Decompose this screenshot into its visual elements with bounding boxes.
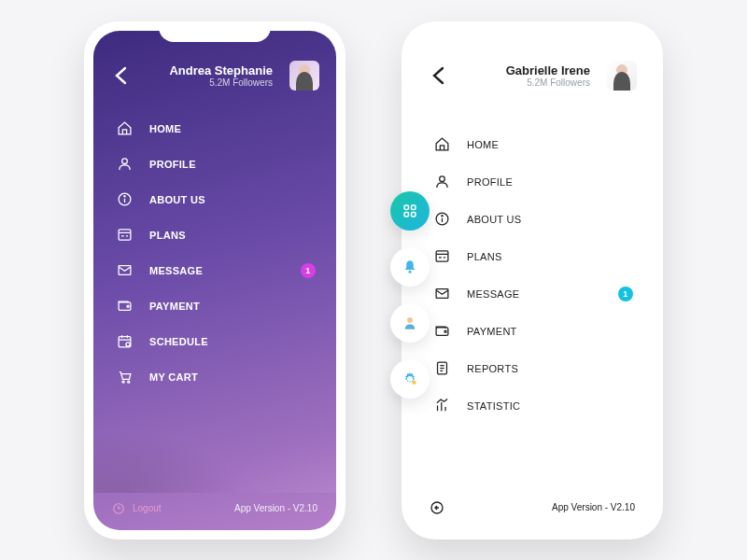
svg-point-15 [125, 343, 129, 346]
menu-label: SCHEDULE [149, 336, 208, 347]
user-followers: 5.2M Followers [142, 77, 273, 88]
menu: HOME PROFILE ABOUT US PLANS MESSAGE 1 [93, 100, 336, 491]
svg-point-27 [439, 176, 444, 182]
menu-item-payment[interactable]: PAYMENT [93, 288, 336, 324]
menu-label: PROFILE [149, 159, 196, 170]
screen-purple: Andrea Stephanie 5.2M Followers HOME PRO… [93, 31, 336, 530]
logout-icon [112, 502, 125, 515]
menu-label: REPORTS [467, 363, 518, 374]
menu-label: MESSAGE [467, 288, 520, 300]
phone-notch [159, 21, 271, 42]
user-name: Gabrielle Irene [459, 63, 590, 77]
menu-item-payment[interactable]: PAYMENT [411, 313, 654, 350]
arrow-left-icon [110, 64, 133, 87]
user-info: Gabrielle Irene 5.2M Followers [459, 63, 590, 88]
menu-label: STATISTIC [467, 400, 520, 412]
svg-rect-11 [119, 337, 131, 347]
menu-label: MESSAGE [149, 265, 203, 276]
svg-point-16 [122, 381, 124, 383]
message-badge: 1 [301, 263, 316, 278]
phone-mockup-purple: Andrea Stephanie 5.2M Followers HOME PRO… [84, 21, 345, 539]
svg-rect-31 [436, 251, 448, 261]
app-version: App Version - V2.10 [234, 503, 317, 513]
menu-item-about[interactable]: ABOUT US [93, 182, 336, 217]
menu-item-message[interactable]: MESSAGE 1 [411, 275, 654, 313]
svg-point-0 [121, 159, 127, 164]
menu-label: ABOUT US [149, 194, 205, 205]
avatar[interactable] [289, 61, 319, 91]
phone-notch [476, 21, 588, 42]
user-followers: 5.2M Followers [459, 77, 590, 88]
menu-label: PLANS [149, 230, 186, 241]
footer: App Version - V2.10 [411, 489, 654, 530]
app-version: App Version - V2.10 [552, 502, 635, 512]
back-button[interactable] [428, 64, 450, 87]
menu-item-profile[interactable]: PROFILE [93, 147, 336, 182]
screen-white: Gabrielle Irene 5.2M Followers HOME PROF… [411, 31, 654, 530]
message-icon [433, 286, 450, 302]
menu: HOME PROFILE ABOUT US PLANS MESSAGE 1 [411, 100, 654, 489]
plans-icon [433, 248, 450, 265]
menu-label: PROFILE [467, 176, 513, 188]
menu-item-reports[interactable]: REPORTS [411, 350, 654, 387]
menu-item-home[interactable]: HOME [411, 126, 654, 163]
home-icon [433, 136, 450, 153]
menu-item-plans[interactable]: PLANS [411, 238, 654, 275]
payment-icon [116, 298, 133, 315]
menu-item-home[interactable]: HOME [93, 111, 336, 147]
plans-icon [116, 227, 133, 244]
menu-label: PAYMENT [149, 301, 200, 312]
info-icon [116, 191, 133, 208]
menu-label: HOME [467, 139, 499, 150]
svg-point-37 [444, 330, 445, 332]
message-badge: 1 [618, 287, 633, 301]
profile-icon [116, 156, 133, 173]
menu-label: HOME [149, 123, 181, 134]
menu-item-statistic[interactable]: STATISTIC [411, 387, 654, 425]
menu-item-schedule[interactable]: SCHEDULE [93, 324, 336, 359]
menu-item-about[interactable]: ABOUT US [411, 201, 654, 238]
avatar[interactable] [607, 61, 637, 91]
schedule-icon [116, 333, 133, 350]
menu-label: MY CART [149, 371, 198, 383]
svg-point-30 [441, 216, 442, 217]
menu-item-plans[interactable]: PLANS [93, 217, 336, 253]
user-name: Andrea Stephanie [142, 63, 273, 77]
payment-icon [433, 323, 450, 340]
message-icon [116, 262, 133, 279]
logout-icon [430, 500, 444, 515]
cart-icon [116, 369, 133, 385]
menu-item-message[interactable]: MESSAGE 1 [93, 253, 336, 288]
menu-label: ABOUT US [467, 214, 521, 225]
svg-rect-19 [404, 205, 409, 210]
logout-button[interactable] [430, 500, 444, 515]
profile-icon [433, 174, 450, 190]
back-button[interactable] [110, 64, 133, 87]
statistic-icon [433, 398, 450, 414]
svg-point-3 [123, 196, 124, 197]
svg-rect-4 [119, 230, 131, 240]
footer: Logout App Version - V2.10 [93, 491, 336, 530]
logout-label: Logout [133, 503, 162, 513]
svg-rect-21 [404, 212, 409, 217]
reports-icon [433, 360, 450, 377]
info-icon [433, 211, 450, 228]
arrow-left-icon [428, 64, 450, 87]
logout-button[interactable]: Logout [112, 502, 162, 515]
menu-label: PAYMENT [467, 326, 517, 337]
phone-mockup-white: Gabrielle Irene 5.2M Followers HOME PROF… [402, 21, 663, 539]
svg-point-17 [127, 381, 129, 383]
home-icon [116, 120, 133, 137]
menu-item-cart[interactable]: MY CART [93, 359, 336, 395]
menu-label: PLANS [467, 251, 502, 262]
menu-item-profile[interactable]: PROFILE [411, 163, 654, 201]
user-info: Andrea Stephanie 5.2M Followers [142, 63, 273, 88]
svg-point-10 [126, 305, 128, 307]
